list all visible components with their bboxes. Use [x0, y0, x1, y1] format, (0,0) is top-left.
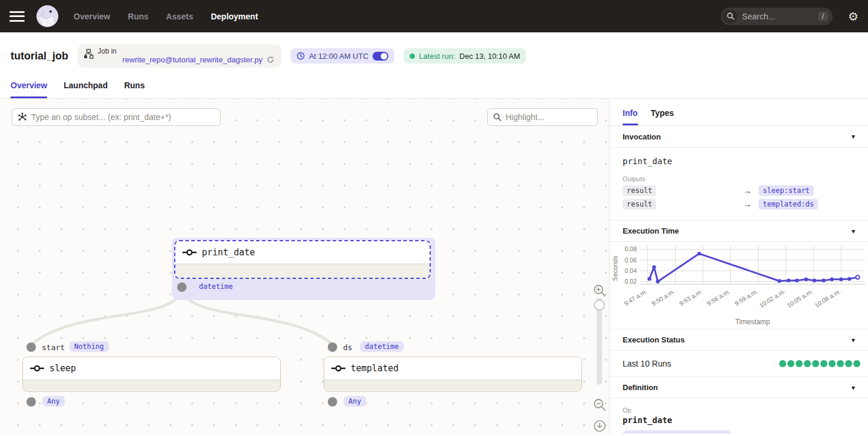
- svg-text:10:08 a.m.: 10:08 a.m.: [813, 288, 842, 309]
- templated-output-type-tag[interactable]: Any: [344, 396, 366, 407]
- node-sleep[interactable]: sleep: [22, 357, 281, 392]
- sleep-input-name: start: [42, 343, 65, 352]
- section-title: Definition: [623, 383, 658, 392]
- zoom-out-icon[interactable]: [593, 398, 606, 411]
- section-definition-header[interactable]: Definition ▾: [610, 377, 868, 398]
- chevron-down-icon: ▾: [852, 227, 855, 235]
- nav-assets[interactable]: Assets: [166, 12, 193, 21]
- op-subset-input[interactable]: [31, 112, 215, 122]
- op-subset-filter[interactable]: [12, 108, 221, 126]
- run-status-dot-success[interactable]: [837, 360, 844, 367]
- highlight-filter[interactable]: [487, 108, 598, 126]
- latest-run-badge: Latest run: Dec 13, 10:10 AM: [404, 48, 526, 64]
- last-runs-label: Last 10 Runs: [623, 359, 671, 368]
- output-row: result → sleep:start: [623, 185, 855, 196]
- run-status-dot-success[interactable]: [796, 360, 803, 367]
- node-title-templated: templated: [351, 363, 398, 374]
- output-target-link[interactable]: templated:ds: [759, 199, 818, 209]
- output-row: result → templated:ds: [623, 199, 855, 209]
- run-status-dot-success[interactable]: [779, 360, 786, 367]
- node-title-sleep: sleep: [49, 363, 76, 374]
- op-icon: [331, 365, 345, 372]
- node-title-print_date: print_date: [202, 247, 255, 258]
- nav-runs[interactable]: Runs: [128, 12, 148, 21]
- zoom-slider-handle[interactable]: [594, 299, 605, 311]
- page-title: tutorial_job: [11, 50, 68, 62]
- invocation-body: print_date Outputs result → sleep:start …: [610, 148, 868, 220]
- hamburger-menu-icon[interactable]: [9, 11, 25, 22]
- templated-input-name: ds: [343, 343, 352, 352]
- section-execution-status-header[interactable]: Execution Status ▾: [610, 329, 868, 351]
- chevron-down-icon: ▾: [852, 384, 855, 392]
- settings-gear-icon[interactable]: ⚙: [848, 11, 859, 22]
- search-icon: [723, 9, 737, 24]
- tab-launchpad[interactable]: Launchpad: [64, 81, 108, 98]
- svg-text:9:50 a.m.: 9:50 a.m.: [650, 288, 676, 307]
- section-execution-time-header[interactable]: Execution Time ▾: [610, 220, 868, 242]
- svg-text:9:53 a.m.: 9:53 a.m.: [678, 288, 703, 307]
- recenter-download-icon[interactable]: [593, 420, 606, 432]
- zoom-slider-track[interactable]: [597, 298, 602, 385]
- nav-deployment[interactable]: Deployment: [211, 12, 258, 21]
- run-status-dot-success[interactable]: [845, 360, 852, 367]
- sleep-output-type-tag[interactable]: Any: [42, 396, 65, 407]
- templated-input-type-tag[interactable]: datetime: [360, 341, 404, 352]
- chevron-down-icon: ▾: [852, 336, 855, 344]
- zoom-in-icon[interactable]: [593, 284, 606, 297]
- search-input[interactable]: [742, 12, 818, 21]
- node-templated[interactable]: templated: [324, 357, 582, 392]
- dagster-logo-icon[interactable]: [36, 5, 58, 27]
- tab-overview[interactable]: Overview: [11, 81, 47, 98]
- run-status-dots[interactable]: [779, 360, 860, 367]
- job-tabs: Overview Launchpad Runs: [0, 68, 868, 99]
- section-invocation-header[interactable]: Invocation ▾: [610, 126, 868, 148]
- reload-icon[interactable]: [267, 56, 274, 64]
- output-name-tag: result: [623, 199, 656, 209]
- svg-text:9:47 a.m.: 9:47 a.m.: [623, 288, 648, 307]
- job-pill-prefix: Job in: [98, 47, 274, 55]
- execution-time-chart-wrap: 0.020.040.060.089:47 a.m.9:50 a.m.9:53 a…: [610, 242, 868, 329]
- nav-overview[interactable]: Overview: [74, 12, 110, 21]
- main-nav: Overview Runs Assets Deployment: [74, 12, 258, 21]
- panel-tab-types[interactable]: Types: [651, 108, 674, 125]
- output-target-link[interactable]: sleep:start: [759, 185, 813, 196]
- job-repo-pill[interactable]: Job in rewrite_repo@tutorial_rewrite_dag…: [78, 44, 281, 68]
- clock-icon: [297, 52, 305, 60]
- run-status-dot-success[interactable]: [812, 360, 819, 367]
- definition-op-name: print_date: [623, 415, 855, 425]
- op-label: Op: [623, 407, 855, 414]
- op-details-panel: Info Types Invocation ▾ print_date Outpu…: [609, 99, 868, 434]
- search-shortcut-badge: /: [818, 12, 828, 21]
- svg-text:10:05 a.m.: 10:05 a.m.: [786, 288, 814, 309]
- svg-text:0.08: 0.08: [625, 245, 637, 252]
- node-print_date[interactable]: print_date: [174, 240, 431, 279]
- sleep-input-port: [26, 342, 36, 352]
- schedule-badge: At 12:00 AM UTC: [291, 48, 394, 64]
- run-status-dot-success[interactable]: [804, 360, 811, 367]
- global-search[interactable]: /: [721, 8, 833, 25]
- svg-text:0.04: 0.04: [625, 267, 637, 274]
- definition-body: Op print_date: [610, 398, 868, 434]
- print_date-output-port: [177, 282, 187, 292]
- svg-text:0.02: 0.02: [625, 278, 637, 285]
- svg-text:9:59 a.m.: 9:59 a.m.: [733, 288, 759, 307]
- print_date-output-type-tag[interactable]: datetime: [194, 281, 238, 292]
- run-status-dot-success[interactable]: [820, 360, 827, 367]
- highlight-input[interactable]: [505, 112, 592, 122]
- run-status-dot-success[interactable]: [829, 360, 836, 367]
- op-graph-canvas[interactable]: print_date datetime start Nothing sleep …: [0, 99, 609, 434]
- sleep-output-port: [26, 397, 36, 407]
- svg-text:10:02 a.m.: 10:02 a.m.: [758, 288, 786, 309]
- execution-time-chart: 0.020.040.060.089:47 a.m.9:50 a.m.9:53 a…: [610, 242, 868, 329]
- run-status-dot-success[interactable]: [787, 360, 794, 367]
- schedule-toggle[interactable]: [373, 52, 388, 61]
- schedule-label: At 12:00 AM UTC: [309, 52, 368, 61]
- panel-tab-info[interactable]: Info: [623, 108, 638, 125]
- sleep-input-type-tag[interactable]: Nothing: [69, 341, 109, 352]
- job-repo-link[interactable]: rewrite_repo@tutorial_rewrite_dagster.py: [122, 55, 262, 64]
- op-icon: [182, 249, 197, 256]
- latest-run-value[interactable]: Dec 13, 10:10 AM: [460, 52, 520, 61]
- tab-runs[interactable]: Runs: [124, 81, 145, 98]
- templated-input-port: [328, 342, 337, 352]
- run-status-dot-success[interactable]: [853, 360, 860, 367]
